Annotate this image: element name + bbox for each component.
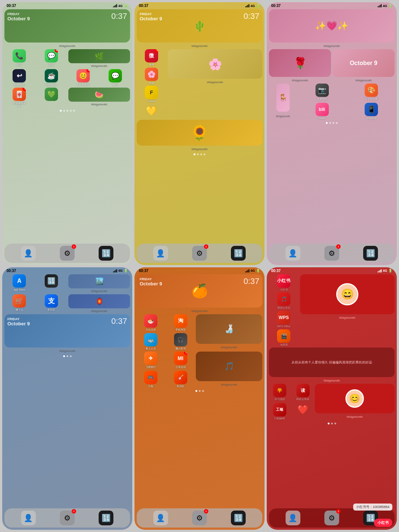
pp-icon: 📱 <box>365 103 378 116</box>
app-makaron[interactable]: 🎨 马卡龙玩图 <box>348 84 395 101</box>
status-icons-6: 4G 🔋 <box>378 269 392 272</box>
replay-icon: ↩ <box>13 69 26 82</box>
app-taopiaopiao[interactable]: 🎬 淘票票 <box>269 329 299 346</box>
app-heart-red[interactable]: ❤️ <box>292 403 313 420</box>
app-xuexiqiangguo[interactable]: 学 学习强国 <box>269 384 290 401</box>
phone-content-6: 小红书 小红书 🎵 网易云音乐 WPS WPS Office 🎬 淘票票 <box>267 274 397 508</box>
app-wps[interactable]: WPS WPS Office <box>269 311 299 328</box>
battery-1: 🔋 <box>124 4 128 8</box>
dock-settings-3[interactable]: ⚙ 2 <box>324 246 339 261</box>
app-replay[interactable]: ↩ 倒放挑战 <box>4 69 34 86</box>
dock-calculator-3[interactable]: 🔢 <box>363 246 378 261</box>
dock-settings-5[interactable]: ⚙ 2 <box>192 511 207 525</box>
phone-content-3: ✨💗✨ Widgetsmith 🌹 Widgetsmith October 9 … <box>267 9 397 243</box>
app-wechat[interactable]: 💬 微信 <box>100 69 130 86</box>
dock-contacts-5[interactable]: 👤 <box>153 511 168 525</box>
app-cloudread[interactable]: 读 网易云阅读 <box>292 384 313 401</box>
app-starbucks[interactable]: ☕ Starbucks <box>37 69 66 86</box>
app-widget-nature: 🌿 Widgetsmith <box>68 49 130 68</box>
widget-date-pink-col: October 9 Widgetsmith <box>332 49 395 82</box>
dock-settings-1[interactable]: ⚙ 2 <box>60 246 75 261</box>
widget-label-5a: Widgetsmith <box>137 309 262 313</box>
phone-icon: 📞 <box>13 49 26 62</box>
phone-screen-3: 00:37 4G 🔋 ✨💗✨ Widgetsmith 🌹 Widgetsmith… <box>267 2 397 265</box>
dock-settings-4[interactable]: ⚙ 2 <box>60 511 75 525</box>
dock-calculator-5[interactable]: 🔢 <box>231 511 246 525</box>
dock-settings-6[interactable]: ⚙ 2 <box>324 511 339 525</box>
widget-date-pink: October 9 <box>332 49 395 77</box>
wechat-icon: 💬 <box>109 69 122 82</box>
widget-clock-1: FRIDAY October 9 0:37 <box>4 9 130 43</box>
dock-3: 👤 ⚙ 2 🔢 <box>269 244 395 263</box>
app-pp[interactable]: 📱 辟啪辟啪 <box>348 103 395 120</box>
status-time-4: 00:37 <box>7 269 16 273</box>
widget-label-2a: Widgetsmith <box>137 44 262 48</box>
dock-calculator-1[interactable]: 🔢 <box>99 246 113 261</box>
xuexiqiangguo-icon: 学 <box>273 384 286 397</box>
app-bilibili[interactable]: bili bilibili <box>299 103 345 120</box>
phone-content-4: A App Store 🔢 🏙️ Widgetsmith 🛒 懂了么 支 支付宝 <box>2 274 132 508</box>
dock-contacts-1[interactable]: 👤 <box>21 246 36 261</box>
app-feizhulvxing[interactable]: ✈ 飞猪旅行 <box>137 352 164 369</box>
app-163music[interactable]: 🎵 网易云音乐 <box>269 292 299 309</box>
app-bus[interactable]: 🚌 掌上公交 <box>137 333 164 350</box>
app-douyu[interactable]: 🎮 斗鱼 <box>137 371 164 388</box>
dock-calculator-4[interactable]: 🔢 <box>99 511 113 525</box>
app-taobao[interactable]: 淘 手机淘宝 <box>167 314 194 331</box>
alipay-icon: 支 <box>45 294 58 308</box>
widget-time-1: 0:37 <box>111 11 127 21</box>
app-grid-4b: 🛒 懂了么 支 支付宝 🏮 Widgetsmith <box>4 294 130 313</box>
app-alipay[interactable]: 支 支付宝 <box>37 294 66 313</box>
widget-pink-1: ✨💗✨ <box>269 9 395 43</box>
app-xiaomi[interactable]: MI 1 小米运动 <box>167 352 194 369</box>
xiaohongshu-icon: 小红书 <box>277 274 290 288</box>
dock-settings-2[interactable]: ⚙ 2 <box>192 246 207 261</box>
app-calc-4[interactable]: 🔢 <box>37 274 66 293</box>
app-phone[interactable]: 📞 电话 <box>4 49 34 68</box>
cloudread-icon: 读 <box>296 384 310 397</box>
app-yueledu[interactable]: 🎸 库乐队 <box>167 371 194 388</box>
app-iccbank[interactable]: 工银 工银融e联 <box>269 403 290 420</box>
app-meiju[interactable]: 🌸 美柚 <box>137 68 166 85</box>
app-dongdong[interactable]: 🛒 懂了么 <box>4 294 34 313</box>
app-appstore[interactable]: A App Store <box>4 274 34 293</box>
widget-date-4: FRIDAY October 9 <box>7 317 30 326</box>
taobao-icon: 淘 <box>174 314 187 328</box>
bilibili-icon: bili <box>316 103 329 116</box>
163music-icon: 🎵 <box>277 292 290 306</box>
page-dots-6 <box>269 421 395 426</box>
page-dots-2 <box>137 152 262 156</box>
network-1: 4G <box>118 4 123 8</box>
iccbank-icon: 工银 <box>273 403 286 416</box>
app-xiaohongshu[interactable]: 小红书 小红书 <box>269 274 299 291</box>
row-5a: 🍜 大众点评 淘 手机淘宝 🚌 掌上公交 🎧 懒人听书 <box>137 314 262 350</box>
row-3b: 🪑 Widgetsmith 📷 美颜相机 🎨 马卡龙玩图 bili <box>269 84 395 119</box>
app-mahjong[interactable]: 🀄 1 欢乐麻将全集 <box>4 88 34 107</box>
status-icons-1: 4G 🔋 <box>113 4 128 8</box>
app-heart[interactable]: 💛 <box>137 104 166 118</box>
taopiaopiao-icon: 🎬 <box>277 329 290 343</box>
dock-contacts-4[interactable]: 👤 <box>21 511 36 525</box>
status-bar-4: 00:37 4G 🔋 <box>2 267 132 274</box>
phone-content-2: 🌵 FRIDAY October 9 0:37 Widgetsmith 微 1 … <box>134 9 265 243</box>
dock-4: 👤 ⚙ 2 🔢 <box>4 508 130 528</box>
wl1b: Widgetsmith <box>91 64 107 68</box>
dock-contacts-3[interactable]: 👤 <box>286 246 300 261</box>
dock-calculator-2[interactable]: 🔢 <box>231 246 246 261</box>
app-faceu[interactable]: 😊 1 Faceu激萌 <box>68 69 98 86</box>
app-dianping[interactable]: 🍜 大众点评 <box>137 314 164 331</box>
app-foodie[interactable]: F Foodie <box>137 86 166 103</box>
widget-time-4: 0:37 <box>111 316 127 326</box>
app-green[interactable]: 💚 <box>37 88 66 107</box>
signal-6 <box>378 269 382 272</box>
dock-contacts-2[interactable]: 👤 <box>153 246 168 261</box>
cartoon-widget-col: 😄 Widgetsmith <box>300 274 395 319</box>
status-icons-5: 4G 🔋 <box>245 269 260 272</box>
app-messages[interactable]: 💬 9 信息 <box>37 49 66 68</box>
app-meiyan[interactable]: 📷 美颜相机 <box>299 84 345 101</box>
dock-contacts-6[interactable]: 👤 <box>286 511 300 525</box>
appstore-icon: A <box>13 274 26 288</box>
app-langrenapp[interactable]: 🎧 懒人听书 <box>167 333 194 350</box>
app-weibo[interactable]: 微 1 微博 <box>137 49 166 66</box>
green-icon: 💚 <box>45 88 58 101</box>
